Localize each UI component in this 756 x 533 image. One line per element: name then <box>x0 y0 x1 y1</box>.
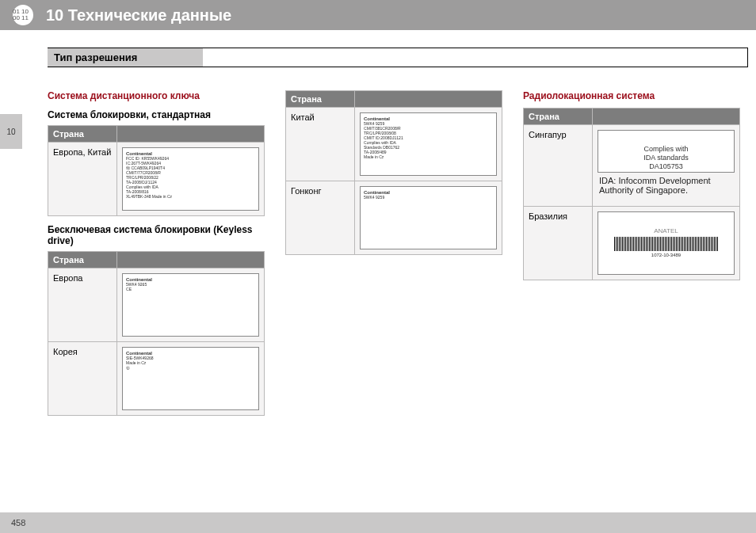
anatel-name: ANATEL <box>654 227 678 234</box>
label-lines: 5WK4 9259 CMIIT/381CR2008/R TRC/LPR/2008… <box>364 121 493 159</box>
label-lines: FCC ID: KR55WK49264 IC:267T-5WK49264 Ⓜ C… <box>126 156 255 199</box>
label-lines: 5WK4 9259 <box>364 195 493 200</box>
cell-country: Сингапур <box>524 125 593 207</box>
th-country: Страна <box>286 91 355 108</box>
table-row: Гонконг Continental 5WK4 9259 <box>286 181 502 254</box>
cell-label: Continental 5WK4 9265 CE <box>117 268 264 342</box>
table-row: Бразилия ANATEL 1072-10-3489 <box>524 207 739 280</box>
content-columns: Система дистанционного ключа Система бло… <box>48 82 740 509</box>
th-country: Страна <box>524 109 593 125</box>
chapter-side-tab-label: 10 <box>6 128 15 136</box>
th-country: Страна <box>48 252 117 268</box>
compliance-label: Continental 5WK4 9259 CMIIT/381CR2008/R … <box>360 112 497 176</box>
page-footer: 458 <box>0 512 756 533</box>
col1-sub1: Система блокировки, стандартная <box>48 109 265 120</box>
cell-country: Корея <box>48 342 117 415</box>
cell-label: ANATEL 1072-10-3489 <box>593 207 739 280</box>
col2-table: Страна Китай Continental 5WK4 9259 CMIIT… <box>285 90 502 255</box>
col1-table1: Страна Европа, Китай Continental FCC ID:… <box>48 125 265 216</box>
compliance-label: Continental 5WK4 9265 CE <box>122 273 259 337</box>
section-title: Тип разрешения <box>48 48 203 67</box>
th-empty <box>117 252 264 268</box>
cell-label: Continental FCC ID: KR55WK49264 IC:267T-… <box>117 143 264 215</box>
cell-label: Continental 5WK4 9259 <box>355 181 502 254</box>
cell-country: Бразилия <box>524 207 593 280</box>
compliance-label: Continental 5WK4 9259 <box>360 186 497 249</box>
table-header-row: Страна <box>286 91 502 108</box>
col3-table: Страна Сингапур Complies with IDA standa… <box>523 108 740 280</box>
chapter-side-tab: 10 <box>0 114 22 149</box>
table-header-row: Страна <box>524 109 739 125</box>
th-empty <box>355 91 502 108</box>
label-lines: 5WK4 9265 CE <box>126 282 255 291</box>
column-1: Система дистанционного ключа Система бло… <box>48 82 265 509</box>
compliance-label: Continental FCC ID: KR55WK49264 IC:267T-… <box>122 147 259 211</box>
table-row: Европа, Китай Continental FCC ID: KR55WK… <box>48 143 264 215</box>
table-row: Корея Continental SIE-5WK49268 Made in C… <box>48 342 264 415</box>
table-header-row: Страна <box>48 126 264 143</box>
anatel-block: ANATEL 1072-10-3489 <box>601 215 731 271</box>
column-3: Радиолокационная система Страна Сингапур… <box>523 82 740 509</box>
table-header-row: Страна <box>48 252 264 268</box>
th-empty <box>593 109 739 125</box>
compliance-label: Complies with IDA standards DA105753 <box>598 130 735 173</box>
header-chip-icon: 01 10 00 11 <box>13 5 33 25</box>
cell-country: Европа <box>48 268 117 342</box>
table-row: Сингапур Complies with IDA standards DA1… <box>524 125 739 207</box>
table-row: Европа Continental 5WK4 9265 CE <box>48 268 264 342</box>
column-2: Страна Китай Continental 5WK4 9259 CMIIT… <box>285 82 502 509</box>
cell-label: Complies with IDA standards DA105753 IDA… <box>593 125 739 207</box>
th-country: Страна <box>48 126 117 143</box>
page-header: 01 10 00 11 10 Технические данные <box>0 0 756 30</box>
page-title: 10 Технические данные <box>46 6 231 25</box>
header-chip-text: 01 10 00 11 <box>13 9 33 21</box>
anatel-logo: ANATEL <box>654 229 678 234</box>
col1-heading: Система дистанционного ключа <box>48 90 265 101</box>
anatel-code: 1072-10-3489 <box>651 253 681 257</box>
table-row: Китай Continental 5WK4 9259 CMIIT/381CR2… <box>286 108 502 181</box>
col3-heading: Радиолокационная система <box>523 90 740 101</box>
cell-country: Европа, Китай <box>48 143 117 215</box>
label-lines: SIE-5WK49268 Made in Cz ㉿ <box>126 356 255 370</box>
ida-note: IDA: Infocomm Development Authority of S… <box>598 173 735 201</box>
section-header-box: Тип разрешения <box>48 48 748 67</box>
compliance-label: Continental SIE-5WK49268 Made in Cz ㉿ <box>122 347 259 410</box>
page-number: 458 <box>11 518 25 527</box>
col1-table2: Страна Европа Continental 5WK4 9265 CE К… <box>48 251 265 416</box>
compliance-label: ANATEL 1072-10-3489 <box>598 211 735 275</box>
col1-sub2: Бесключевая система блокировки (Keyless … <box>48 224 265 246</box>
cell-country: Китай <box>286 108 355 181</box>
cell-label: Continental SIE-5WK49268 Made in Cz ㉿ <box>117 342 264 415</box>
th-empty <box>117 126 264 143</box>
cell-label: Continental 5WK4 9259 CMIIT/381CR2008/R … <box>355 108 502 181</box>
barcode-icon <box>614 237 717 251</box>
ida-text: Complies with IDA standards DA105753 <box>601 134 731 171</box>
cell-country: Гонконг <box>286 181 355 254</box>
